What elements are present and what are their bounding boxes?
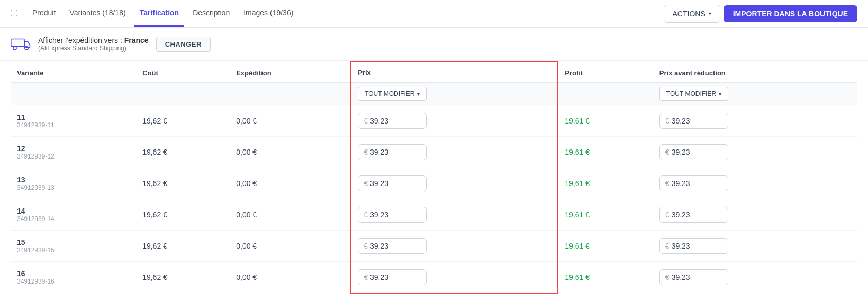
chevron-down-icon: ▾ (719, 91, 721, 97)
prix-avant-reduction-input[interactable] (672, 179, 714, 188)
expedition-value: 0,00 € (230, 105, 351, 137)
expedition-value: 0,00 € (230, 137, 351, 168)
col-header-variante: Variante (11, 61, 136, 83)
cout-value: 19,62 € (136, 199, 230, 231)
profit-value: 19,61 € (565, 242, 590, 250)
table-row: 14 34912939-14 19,62 € 0,00 € € 19,61 € … (11, 199, 857, 231)
svg-rect-0 (11, 39, 24, 47)
variant-sku: 34912939-15 (17, 247, 130, 254)
expedition-value: 0,00 € (230, 199, 351, 231)
prix-cell: € (351, 137, 558, 168)
variant-name: 15 (17, 238, 130, 247)
profit-value: 19,61 € (565, 179, 590, 188)
profit-value: 19,61 € (565, 148, 590, 156)
euro-symbol: € (364, 148, 368, 156)
euro-symbol: € (364, 179, 368, 188)
prix-input-wrap[interactable]: € (358, 269, 427, 285)
prix-input-wrap[interactable]: € (358, 113, 427, 129)
shipping-bar: Afficher l'expédition vers : France (Ali… (0, 28, 868, 61)
euro-symbol: € (364, 242, 368, 250)
col-header-profit: Profit (558, 61, 653, 83)
euro-symbol: € (364, 117, 368, 125)
col-header-prix: Prix (351, 61, 558, 83)
import-button[interactable]: IMPORTER DANS LA BOUTIQUE (724, 5, 857, 22)
col-header-cout: Coût (136, 61, 230, 83)
prix-avant-reduction-input[interactable] (672, 273, 714, 281)
prix-input-wrap[interactable]: € (358, 207, 427, 223)
tab-produit[interactable]: Produit (27, 0, 61, 27)
prix-avant-reduction-input[interactable] (672, 117, 714, 125)
euro-symbol: € (665, 273, 670, 281)
select-all-checkbox[interactable] (11, 10, 17, 18)
prix-input-wrap[interactable]: € (358, 238, 427, 254)
prix-input[interactable] (370, 179, 412, 188)
euro-symbol: € (665, 148, 670, 156)
cout-value: 19,62 € (136, 137, 230, 168)
tab-variantes[interactable]: Variantes (18/18) (64, 0, 131, 27)
cout-value: 19,62 € (136, 105, 230, 137)
table-row: 12 34912939-12 19,62 € 0,00 € € 19,61 € … (11, 137, 857, 168)
actions-button[interactable]: ACTIONS ▾ (664, 5, 720, 23)
variant-name: 14 (17, 207, 130, 215)
profit-value: 19,61 € (565, 273, 590, 281)
chevron-down-icon: ▾ (709, 11, 711, 16)
prix-input-wrap[interactable]: € (358, 175, 427, 191)
prix-avant-reduction-input-wrap[interactable]: € (659, 238, 728, 254)
prix-avant-reduction-input-wrap[interactable]: € (659, 269, 728, 285)
prix-cell: € (351, 105, 558, 137)
prix-avant-reduction-input-wrap[interactable]: € (659, 175, 728, 191)
prix-avant-reduction-input[interactable] (672, 148, 714, 156)
changer-button[interactable]: CHANGER (156, 37, 211, 52)
euro-symbol: € (364, 210, 368, 219)
prix-avant-reduction-input[interactable] (672, 210, 714, 219)
cout-value: 19,62 € (136, 262, 230, 293)
tab-tarification[interactable]: Tarification (134, 0, 184, 27)
cout-value: 19,62 € (136, 231, 230, 262)
shipping-info: Afficher l'expédition vers : France (Ali… (38, 36, 149, 52)
prix-cell: € (351, 231, 558, 262)
prix-input[interactable] (370, 148, 412, 156)
tout-modifier-prix-avant-reduction-button[interactable]: TOUT MODIFIER ▾ (659, 87, 728, 101)
prix-input-wrap[interactable]: € (358, 144, 427, 160)
prix-input[interactable] (370, 273, 412, 281)
tab-description[interactable]: Description (187, 0, 235, 27)
euro-symbol: € (665, 117, 670, 125)
profit-value: 19,61 € (565, 117, 590, 125)
chevron-down-icon: ▾ (417, 91, 420, 97)
col-header-expedition: Expédition (230, 61, 351, 83)
variant-name: 16 (17, 269, 130, 278)
prix-input[interactable] (370, 117, 412, 125)
profit-value: 19,61 € (565, 210, 590, 219)
prix-avant-reduction-input[interactable] (672, 242, 714, 250)
prix-input[interactable] (370, 210, 412, 219)
variant-name: 13 (17, 175, 130, 184)
variant-sku: 34912939-11 (17, 121, 130, 129)
prix-cell: € (351, 199, 558, 231)
cout-value: 19,62 € (136, 168, 230, 199)
pricing-table: Variante Coût Expédition Prix Profit Pri… (11, 61, 857, 294)
euro-symbol: € (665, 179, 670, 188)
svg-point-1 (13, 47, 16, 50)
variant-sku: 34912939-12 (17, 153, 130, 160)
col-header-prix-avant-reduction: Prix avant réduction (653, 61, 857, 83)
variant-name: 12 (17, 144, 130, 153)
euro-symbol: € (665, 210, 670, 219)
prix-avant-reduction-input-wrap[interactable]: € (659, 207, 728, 223)
shipping-truck-icon (11, 37, 31, 51)
expedition-value: 0,00 € (230, 231, 351, 262)
table-row: 11 34912939-11 19,62 € 0,00 € € 19,61 € … (11, 105, 857, 137)
table-row: 15 34912939-15 19,62 € 0,00 € € 19,61 € … (11, 231, 857, 262)
euro-symbol: € (364, 273, 368, 281)
prix-input[interactable] (370, 242, 412, 250)
variant-sku: 34912939-14 (17, 215, 130, 223)
variant-name: 11 (17, 113, 130, 121)
prix-avant-reduction-input-wrap[interactable]: € (659, 144, 728, 160)
expedition-value: 0,00 € (230, 262, 351, 293)
prix-cell: € (351, 168, 558, 199)
tab-images[interactable]: Images (19/36) (238, 0, 299, 27)
tout-modifier-prix-button[interactable]: TOUT MODIFIER ▾ (358, 87, 427, 101)
euro-symbol: € (665, 242, 670, 250)
variant-sku: 34912939-16 (17, 278, 130, 285)
top-navigation: Produit Variantes (18/18) Tarification D… (0, 0, 868, 28)
prix-avant-reduction-input-wrap[interactable]: € (659, 113, 728, 129)
